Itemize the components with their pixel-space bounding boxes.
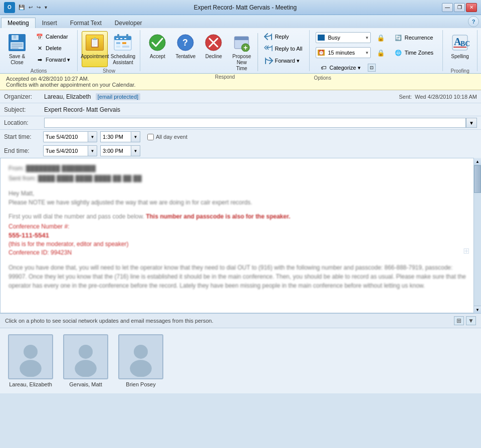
avatar-brien: [118, 334, 163, 379]
start-date-arrow-icon[interactable]: ▼: [88, 132, 97, 142]
message-scrollbar[interactable]: ▲ ▼: [473, 158, 481, 313]
save-close-label: Save & Close: [7, 54, 28, 66]
close-button[interactable]: ✕: [466, 3, 477, 12]
reply-all-button[interactable]: Reply to All: [261, 43, 305, 54]
appointment-button[interactable]: 📋 Appointment: [82, 31, 108, 67]
forward-respond-button[interactable]: Forward ▾: [261, 55, 305, 66]
location-dropdown-button[interactable]: ▼: [466, 118, 477, 128]
redo-quick-btn[interactable]: ↪: [35, 4, 42, 11]
reply-all-icon: [264, 45, 273, 53]
customize-quick-btn[interactable]: ▾: [43, 4, 49, 11]
options-group-label: Options: [314, 74, 331, 81]
svg-rect-16: [117, 34, 119, 38]
svg-text:BC: BC: [460, 40, 469, 48]
decline-button[interactable]: Decline: [200, 31, 226, 67]
show-group: 📋 Appointment: [78, 30, 140, 71]
forward-button[interactable]: ➡ Forward ▾: [32, 54, 73, 65]
accept-icon: [147, 33, 167, 53]
categorize-button[interactable]: 🏷 Categorize ▾: [316, 62, 363, 73]
contacts-collapse-button[interactable]: ▼: [466, 316, 476, 325]
scroll-down-arrow[interactable]: ▼: [474, 306, 481, 313]
svg-rect-6: [12, 48, 19, 49]
contact-card-matt[interactable]: Gervais, Matt: [63, 334, 108, 387]
tab-meeting[interactable]: Meeting: [1, 18, 36, 28]
proofing-group-content: A BC Spelling: [447, 30, 473, 67]
svg-point-44: [134, 345, 148, 359]
svg-text:+: +: [244, 44, 248, 52]
message-body-para: Once you have done that, you will need t…: [9, 263, 470, 290]
save-quick-btn[interactable]: 💾: [17, 4, 26, 11]
msg-body1: Please NOTE we have slightly adjusted th…: [9, 199, 470, 206]
svg-rect-2: [14, 35, 16, 39]
message-body[interactable]: From: ████████ ████████ Sent from: ████ …: [0, 158, 481, 313]
respond-group: Accept ? Tentative: [140, 30, 310, 71]
msg-from: From: ████████ ████████: [9, 164, 470, 173]
decline-label: Decline: [205, 54, 222, 60]
calendar-icon: 📅: [35, 33, 44, 41]
accept-button[interactable]: Accept: [144, 31, 170, 67]
minimize-button[interactable]: —: [442, 3, 453, 12]
help-button[interactable]: ?: [468, 16, 479, 27]
appointment-label: Appointment: [81, 54, 109, 60]
contact-card-brien[interactable]: Brien Posey: [118, 334, 163, 387]
options-dialog-launcher[interactable]: ⊡: [368, 64, 376, 72]
end-time-arrow-icon[interactable]: ▼: [131, 146, 140, 156]
contacts-bar-header: Click on a photo to see social network u…: [0, 313, 481, 328]
reply-button[interactable]: Reply: [261, 31, 305, 42]
recurrence-icon: 🔄: [394, 34, 403, 42]
end-label: End time:: [4, 147, 40, 154]
message-header-block: From: ████████ ████████ Sent from: ████ …: [9, 164, 470, 183]
propose-button[interactable]: + Propose New Time: [228, 31, 255, 73]
actions-group: Save & Close 📅 Calendar ✕ Delete ➡ Forwa…: [0, 30, 78, 71]
app-icon: O: [4, 2, 15, 13]
start-date-text: Tue 5/4/2010: [44, 134, 88, 140]
organizer-email: [email protected]: [96, 93, 140, 100]
end-time-text: 3:00 PM: [101, 148, 131, 154]
sent-value: Sent: Wed 4/28/2010 10:18 AM: [399, 94, 477, 100]
contact-name-matt: Gervais, Matt: [69, 381, 102, 387]
time-zones-button[interactable]: 🌐 Time Zones: [391, 47, 436, 58]
title-bar-left: O 💾 ↩ ↪ ▾: [4, 2, 49, 13]
end-date-combo[interactable]: Tue 5/4/2010 ▼: [43, 145, 97, 156]
undo-quick-btn[interactable]: ↩: [27, 4, 34, 11]
time-zones-icon: 🌐: [394, 49, 403, 57]
contacts-expand-button[interactable]: ⊞: [454, 316, 464, 325]
save-close-button[interactable]: Save & Close: [4, 31, 30, 67]
delete-button[interactable]: ✕ Delete: [32, 43, 73, 54]
busy-combo[interactable]: Busy ▼: [316, 32, 371, 43]
calendar-label: Calendar: [46, 34, 68, 40]
tentative-button[interactable]: ? Tentative: [172, 31, 198, 67]
form-area: Organizer: Lareau, Elizabeth [email prot…: [0, 90, 481, 158]
location-input[interactable]: [44, 118, 466, 128]
allday-checkbox-area[interactable]: All day event: [147, 134, 187, 140]
scroll-up-arrow[interactable]: ▲: [474, 158, 481, 165]
recurrence-button[interactable]: 🔄 Recurrence: [391, 32, 436, 43]
restore-button[interactable]: ❐: [454, 3, 465, 12]
busy-text: Busy: [328, 35, 364, 41]
start-time-combo[interactable]: 1:30 PM ▼: [100, 131, 140, 142]
svg-rect-14: [116, 46, 120, 48]
recurrence-label: Recurrence: [404, 35, 433, 41]
scroll-thumb[interactable]: [474, 165, 481, 193]
allday-label: All day event: [156, 134, 187, 140]
allday-checkbox[interactable]: [147, 134, 154, 140]
tentative-icon: ?: [175, 33, 195, 53]
tab-developer[interactable]: Developer: [108, 18, 149, 28]
start-date-combo[interactable]: Tue 5/4/2010 ▼: [43, 131, 97, 142]
svg-rect-11: [124, 38, 126, 39]
scheduling-button[interactable]: Scheduling Assistant: [110, 31, 136, 67]
reminder-combo[interactable]: ⏰ 15 minutes ▼: [316, 47, 371, 58]
end-time-combo[interactable]: 3:00 PM ▼: [100, 145, 140, 156]
start-time-arrow-icon[interactable]: ▼: [131, 132, 140, 142]
end-date-arrow-icon[interactable]: ▼: [88, 146, 97, 156]
contact-card-elizabeth[interactable]: Lareau, Elizabeth: [8, 334, 53, 387]
categorize-label: Categorize ▾: [329, 65, 360, 71]
spelling-button[interactable]: A BC Spelling: [447, 31, 473, 67]
msg-pin-label: (this is for the moderator, editor and s…: [9, 241, 470, 248]
calendar-button[interactable]: 📅 Calendar: [32, 31, 73, 42]
tab-insert[interactable]: Insert: [36, 18, 64, 28]
respond-group-content: Accept ? Tentative: [144, 30, 305, 73]
actions-group-content: Save & Close 📅 Calendar ✕ Delete ➡ Forwa…: [4, 30, 73, 67]
actions-small-buttons: 📅 Calendar ✕ Delete ➡ Forward ▾: [32, 31, 73, 65]
tab-format-text[interactable]: Format Text: [64, 18, 108, 28]
